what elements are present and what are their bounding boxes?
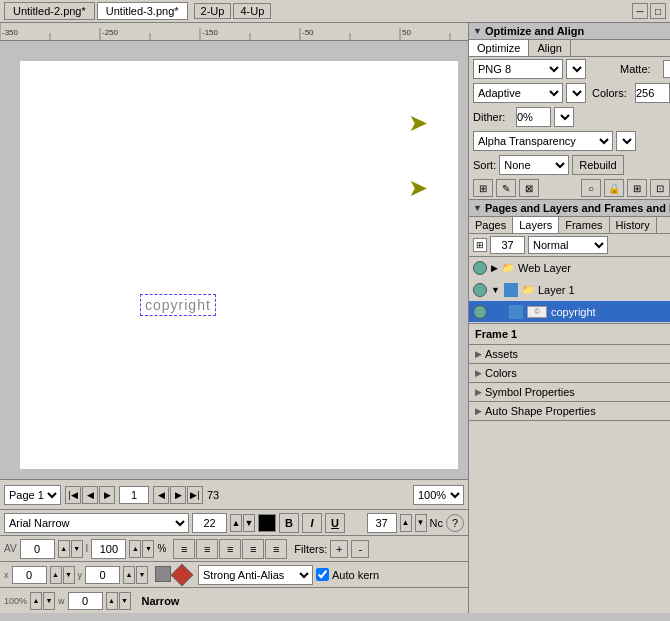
format-select[interactable]: PNG 8 <box>473 59 563 79</box>
y-input[interactable] <box>85 566 120 584</box>
icon-btn-5[interactable]: 🔒 <box>604 179 624 197</box>
sort-select[interactable]: None <box>499 155 569 175</box>
align-center-btn[interactable]: ≡ <box>196 539 218 559</box>
x-up-btn[interactable]: ▲ <box>50 566 62 584</box>
nav-next-btn[interactable]: ▶ <box>99 486 115 504</box>
layer-expand-web[interactable]: ▶ <box>491 263 498 273</box>
alpha-select[interactable]: Alpha Transparency <box>473 131 613 151</box>
icon-btn-1[interactable]: ⊞ <box>473 179 493 197</box>
frame-num-input[interactable] <box>490 236 525 254</box>
alpha-dropdown[interactable] <box>616 131 636 151</box>
filter-remove-btn[interactable]: - <box>351 540 369 558</box>
anti-alias-select[interactable]: Strong Anti-Alias <box>198 565 313 585</box>
av-input[interactable] <box>20 539 55 559</box>
align-justify-btn[interactable]: ≡ <box>242 539 264 559</box>
y-up-btn[interactable]: ▲ <box>123 566 135 584</box>
w-up-btn[interactable]: ▲ <box>106 592 118 610</box>
y-down-btn[interactable]: ▼ <box>136 566 148 584</box>
align-justify2-btn[interactable]: ≡ <box>265 539 287 559</box>
page-number-input[interactable] <box>119 486 149 504</box>
font-size-up-btn[interactable]: ▲ <box>230 514 242 532</box>
nav-prev-btn[interactable]: ◀ <box>82 486 98 504</box>
height-down-btn[interactable]: ▼ <box>142 540 154 558</box>
format-row: PNG 8 Matte: <box>469 57 670 81</box>
fill-tool[interactable] <box>171 563 194 586</box>
dither-dropdown[interactable] <box>554 107 574 127</box>
layers-tab[interactable]: Layers <box>513 217 559 233</box>
optimize-expand-arrow[interactable]: ▼ <box>473 26 482 36</box>
bold-btn[interactable]: B <box>279 513 299 533</box>
autokern-label[interactable]: Auto kern <box>316 568 379 581</box>
zoom-down-btn[interactable]: ▼ <box>43 592 55 610</box>
icon-btn-6[interactable]: ⊞ <box>627 179 647 197</box>
color-mode-select[interactable]: Adaptive <box>473 83 563 103</box>
height-up-btn[interactable]: ▲ <box>129 540 141 558</box>
frames-tab[interactable]: Frames <box>559 217 609 233</box>
nc-down-btn[interactable]: ▼ <box>415 514 427 532</box>
font-size-down-btn[interactable]: ▼ <box>243 514 255 532</box>
layer-item-copyright[interactable]: © copyright <box>469 301 670 323</box>
frame-play-btn[interactable]: ▶ <box>170 486 186 504</box>
nc-up-btn[interactable]: ▲ <box>400 514 412 532</box>
font-size-input[interactable] <box>192 513 227 533</box>
italic-btn[interactable]: I <box>302 513 322 533</box>
assets-panel[interactable]: ▶ Assets <box>469 345 670 364</box>
w-down-btn[interactable]: ▼ <box>119 592 131 610</box>
colors-input[interactable] <box>635 83 670 103</box>
layer-expand-layer1[interactable]: ▼ <box>491 285 500 295</box>
pages-tab[interactable]: Pages <box>469 217 513 233</box>
av-down-btn[interactable]: ▼ <box>71 540 83 558</box>
underline-btn[interactable]: U <box>325 513 345 533</box>
color-mode-dropdown[interactable] <box>566 83 586 103</box>
layer-eye-layer1[interactable] <box>473 283 487 297</box>
colors-panel[interactable]: ▶ Colors <box>469 364 670 383</box>
layer-eye-copyright[interactable] <box>473 305 487 319</box>
av-up-btn[interactable]: ▲ <box>58 540 70 558</box>
align-left-btn[interactable]: ≡ <box>173 539 195 559</box>
color-swatch[interactable] <box>258 514 276 532</box>
x-input[interactable] <box>12 566 47 584</box>
font-family-select[interactable]: Arial Narrow <box>4 513 189 533</box>
rebuild-btn[interactable]: Rebuild <box>572 155 623 175</box>
layer-item-layer1[interactable]: ▼ 📁 Layer 1 <box>469 279 670 301</box>
stroke-tool[interactable] <box>155 566 171 582</box>
assets-expand-icon: ▶ <box>475 349 482 359</box>
minimize-btn[interactable]: ─ <box>632 3 648 19</box>
autokern-checkbox[interactable] <box>316 568 329 581</box>
x-down-btn[interactable]: ▼ <box>63 566 75 584</box>
icon-btn-4[interactable]: ○ <box>581 179 601 197</box>
zoom-up-btn[interactable]: ▲ <box>30 592 42 610</box>
frame-next-btn[interactable]: ▶| <box>187 486 203 504</box>
auto-shape-properties-panel[interactable]: ▶ Auto Shape Properties <box>469 402 670 421</box>
tab-untitled3[interactable]: Untitled-3.png* <box>97 2 188 20</box>
matte-swatch[interactable] <box>663 60 670 78</box>
icon-btn-7[interactable]: ⊡ <box>650 179 670 197</box>
symbol-properties-panel[interactable]: ▶ Symbol Properties <box>469 383 670 402</box>
nc-field[interactable] <box>367 513 397 533</box>
align-right-btn[interactable]: ≡ <box>219 539 241 559</box>
frame-prev-btn[interactable]: ◀ <box>153 486 169 504</box>
icon-btn-3[interactable]: ⊠ <box>519 179 539 197</box>
icon-btn-2[interactable]: ✎ <box>496 179 516 197</box>
format-dropdown-btn[interactable] <box>566 59 586 79</box>
filter-add-btn[interactable]: + <box>330 540 348 558</box>
height-input[interactable] <box>91 539 126 559</box>
layer-item-web[interactable]: ▶ 📁 Web Layer <box>469 257 670 279</box>
view-4up-btn[interactable]: 4-Up <box>233 3 271 19</box>
layer-mode-select[interactable]: Normal <box>528 236 608 254</box>
tab-untitled2[interactable]: Untitled-2.png* <box>4 2 95 20</box>
canvas-wrapper[interactable]: copyright ➤ ➤ ➤ <box>0 41 468 479</box>
maximize-btn[interactable]: □ <box>650 3 666 19</box>
layers-expand-arrow[interactable]: ▼ <box>473 203 482 213</box>
align-tab[interactable]: Align <box>529 40 570 56</box>
layer-eye-web[interactable] <box>473 261 487 275</box>
nav-first-btn[interactable]: |◀ <box>65 486 81 504</box>
zoom-select[interactable]: 100% <box>413 485 464 505</box>
w-input[interactable] <box>68 592 103 610</box>
history-tab[interactable]: History <box>610 217 657 233</box>
dither-input[interactable] <box>516 107 551 127</box>
page-select[interactable]: Page 1 <box>4 485 61 505</box>
help-btn[interactable]: ? <box>446 514 464 532</box>
optimize-tab[interactable]: Optimize <box>469 40 529 56</box>
view-2up-btn[interactable]: 2-Up <box>194 3 232 19</box>
